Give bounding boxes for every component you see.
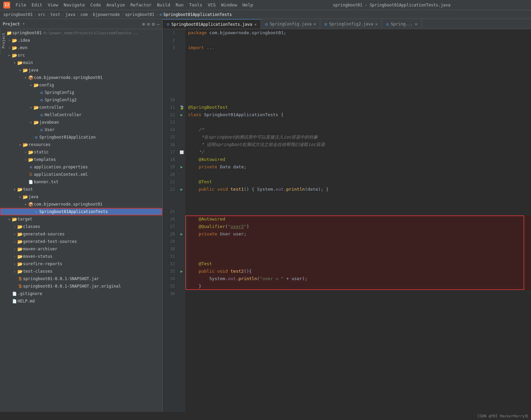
tree-item-static[interactable]: › 📂 static xyxy=(0,148,162,156)
menu-vcs[interactable]: VCS xyxy=(205,2,218,8)
sidebar-header: Project ▾ ⊕ ≡ ⚙ — xyxy=(0,19,162,29)
tree-item-help[interactable]: › 📄 HELP.md xyxy=(0,297,162,305)
menu-refactor[interactable]: Refactor xyxy=(128,2,155,8)
breadcrumb-bjpowernode[interactable]: bjpowernode xyxy=(93,12,120,17)
tree-item-jar[interactable]: › 🗜 springboot01-0.0.1-SNAPSHOT.jar xyxy=(0,275,162,282)
breadcrumb-src[interactable]: src xyxy=(38,12,45,17)
code-line-29 xyxy=(188,238,531,245)
tree-item-maven-archiver[interactable]: › 📂 maven-archiver xyxy=(0,245,162,253)
menu-navigate[interactable]: Navigate xyxy=(61,2,88,8)
tree-item-banner[interactable]: › 📄 banner.txt xyxy=(0,178,162,186)
menu-file[interactable]: File xyxy=(13,2,29,8)
menu-tools[interactable]: Tools xyxy=(186,2,205,8)
code-line-6 xyxy=(188,66,531,74)
tree-item-root[interactable]: ▾ 📁 springboot01 H:\power_node\Projects\… xyxy=(0,29,162,37)
tab-spring-config-label: SpringConfig.java xyxy=(270,22,311,26)
tree-item-appprops[interactable]: › ⚙ application.properties xyxy=(0,163,162,171)
tree-item-jar-orig[interactable]: › 🗜 springboot01-0.0.1-SNAPSHOT.jar.orig… xyxy=(0,282,162,290)
tree-item-java-test[interactable]: ▾ 📂 java xyxy=(0,193,162,201)
menu-run[interactable]: Run xyxy=(173,2,186,8)
tree-item-main[interactable]: ▾ 📂 main xyxy=(0,59,162,66)
menu-help[interactable]: Help xyxy=(240,2,256,8)
tree-item-SpringConfig2[interactable]: › ⚙ SpringConfig2 xyxy=(0,96,162,104)
tree-item-gen-sources[interactable]: › 📂 generated-sources xyxy=(0,230,162,238)
sidebar-tree[interactable]: ▾ 📁 springboot01 H:\power_node\Projects\… xyxy=(0,29,162,412)
breadcrumb-test[interactable]: test xyxy=(50,12,60,17)
code-line-18: @Autowired xyxy=(188,156,531,163)
tree-item-User[interactable]: › ⚙ User xyxy=(0,126,162,133)
tree-item-Springboot01App[interactable]: › ⚙ Springboot01Application xyxy=(0,133,162,141)
code-line-15: *在springboot的测试类中可以直接注入ioc容器中的对象 xyxy=(188,133,531,141)
tree-item-maven-status[interactable]: › 📂 maven-status xyxy=(0,253,162,260)
menu-window[interactable]: Window xyxy=(219,2,240,8)
gear-icon[interactable]: ⚙ xyxy=(152,21,155,27)
tree-item-test-classes[interactable]: › 📂 test-classes xyxy=(0,268,162,275)
tree-item-mvn[interactable]: › 📂 .mvn xyxy=(0,44,162,51)
sidebar-dropdown-arrow[interactable]: ▾ xyxy=(23,22,25,26)
app-icon: IJ xyxy=(3,2,10,8)
tree-item-appcontext[interactable]: › ☰ applicationContext.xml xyxy=(0,171,162,178)
tree-item-resources[interactable]: ▾ 📂 resources xyxy=(0,141,162,148)
tree-item-controller[interactable]: ▾ 📂 controller xyxy=(0,104,162,111)
breadcrumb-project[interactable]: springboot01 xyxy=(3,12,33,17)
tree-item-src[interactable]: ▾ 📂 src xyxy=(0,51,162,59)
code-line-13 xyxy=(188,119,531,126)
tree-item-classes[interactable]: › 📂 classes xyxy=(0,223,162,230)
tree-item-templates[interactable]: › 📂 templates xyxy=(0,156,162,163)
code-line-36 xyxy=(188,290,531,297)
main-layout: Project ▾ ⊕ ≡ ⚙ — ▾ 📁 springboot01 H:\po… xyxy=(0,19,531,412)
tab-spring-app-close[interactable]: ✕ xyxy=(415,22,417,26)
menu-build[interactable]: Build xyxy=(154,2,173,8)
editor-area: ⚙ Springboot01ApplicationTests.java ✕ ⚙ … xyxy=(163,19,531,412)
code-line-34: System.out.println("user = " + user); xyxy=(188,275,531,282)
code-editor[interactable]: 1 2 3 10 11 12 13 14 15 16 17 18 19 xyxy=(163,29,531,412)
gutter: 🍃 ▶ ⬜ ▶ ▶ ▶ xyxy=(178,29,185,412)
menu-edit[interactable]: Edit xyxy=(29,2,45,8)
tab-app-tests[interactable]: ⚙ Springboot01ApplicationTests.java ✕ xyxy=(163,19,261,29)
sidebar-title: Project xyxy=(3,22,20,26)
breadcrumb-current[interactable]: Springboot01ApplicationTests xyxy=(163,12,232,17)
project-label[interactable]: Project xyxy=(0,27,7,54)
tree-item-idea[interactable]: › 📂 .idea xyxy=(0,37,162,44)
code-line-2 xyxy=(188,37,531,44)
tree-item-com-pkg[interactable]: ▾ 📦 com.bjpowernode.springboot01 xyxy=(0,74,162,81)
locate-icon[interactable]: ⊕ xyxy=(142,21,145,27)
code-content[interactable]: package com.bjpowernode.springboot01; im… xyxy=(185,29,531,412)
breadcrumb-java[interactable]: java xyxy=(65,12,75,17)
menu-view[interactable]: View xyxy=(45,2,61,8)
tree-item-java-main[interactable]: ▾ 📂 java xyxy=(0,66,162,74)
tab-spring-app[interactable]: ⚙ Spring... ✕ xyxy=(382,19,422,29)
tree-item-target[interactable]: ▾ 📂 target xyxy=(0,215,162,223)
tree-item-gitignore[interactable]: › 📄 .gitignore xyxy=(0,290,162,297)
tab-spring-config-close[interactable]: ✕ xyxy=(313,22,316,26)
menu-analyze[interactable]: Analyze xyxy=(104,2,128,8)
tree-item-test[interactable]: ▾ 📂 test xyxy=(0,186,162,193)
tab-spring-config2-close[interactable]: ✕ xyxy=(375,22,377,26)
tree-item-HelloController[interactable]: › ⚙ HelloController xyxy=(0,111,162,119)
breadcrumb-com[interactable]: com xyxy=(80,12,88,17)
tree-item-com-pkg-test[interactable]: ▾ 📦 com.bjpowernode.springboot01 xyxy=(0,201,162,208)
code-line-19: private Date date; xyxy=(188,163,531,171)
tree-item-gen-test-sources[interactable]: › 📂 generated-test-sources xyxy=(0,238,162,245)
code-line-12: class Springboot01ApplicationTests { xyxy=(188,111,531,119)
code-line-10 xyxy=(188,96,531,104)
menu-code[interactable]: Code xyxy=(88,2,104,8)
code-line-22: public void test1() { System.out.println… xyxy=(188,186,531,193)
tree-item-SpringConfig[interactable]: › ⚙ SpringConfig xyxy=(0,89,162,96)
code-line-5 xyxy=(188,59,531,66)
breadcrumb-springboot01[interactable]: springboot01 xyxy=(125,12,155,17)
tree-item-javabean[interactable]: ▾ 📂 javabean xyxy=(0,119,162,126)
breadcrumb: springboot01 › src › test › java › com ›… xyxy=(0,10,531,19)
tab-spring-config2[interactable]: ⚙ SpringConfig2.java ✕ xyxy=(320,19,382,29)
tree-item-surefire[interactable]: › 📂 surefire-reports xyxy=(0,260,162,268)
code-line-20 xyxy=(188,171,531,178)
tree-item-config[interactable]: ▾ 📂 config xyxy=(0,81,162,89)
minimize-icon[interactable]: — xyxy=(157,21,160,27)
code-line-31 xyxy=(188,253,531,260)
code-line-24 xyxy=(188,201,531,208)
code-line-28: private User user; xyxy=(188,230,531,238)
tree-item-AppTests[interactable]: › ⚙ Springboot01ApplicationTests xyxy=(0,208,162,215)
collapse-icon[interactable]: ≡ xyxy=(147,21,150,27)
tab-app-tests-close[interactable]: ✕ xyxy=(254,22,257,27)
tab-spring-config[interactable]: ⚙ SpringConfig.java ✕ xyxy=(261,19,320,29)
